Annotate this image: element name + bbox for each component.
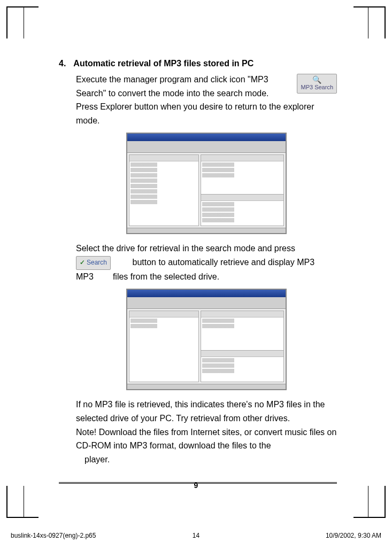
screenshot-2-wrap: [76, 289, 337, 390]
magnifier-icon: 🔍: [301, 76, 333, 84]
page-number: 9: [0, 481, 392, 490]
para1-text-b: Press Explorer button when you desire to…: [76, 102, 314, 125]
para2-text-a: Select the drive for retrieval in the se…: [76, 244, 295, 253]
footer-center: 14: [11, 532, 381, 539]
page-content: 4. Automatic retrieval of MP3 files stor…: [59, 59, 337, 466]
paragraph-2b: ✓Search button to automatically retrieve…: [76, 255, 337, 270]
screenshot-1-wrap: [76, 133, 337, 234]
paragraph-3: If no MP3 file is retrieved, this indica…: [76, 398, 337, 425]
check-icon: ✓: [80, 259, 85, 266]
para3-text: If no MP3 file is retrieved, this indica…: [76, 400, 325, 423]
screenshot-search-mode: [126, 289, 287, 390]
para1-text-a: Execute the manager program and click ic…: [76, 75, 269, 98]
para2-text-c: files from the selected drive.: [113, 272, 219, 281]
paragraph-2c: MP3files from the selected drive.: [59, 270, 337, 284]
paragraph-1: 🔍 MP3 Search Execute the manager program…: [76, 73, 337, 127]
paragraph-4: Note! Download the files from Internet s…: [76, 425, 337, 453]
footer: buslink-14xs-0927(eng)-2.p65 14 10/9/200…: [11, 532, 381, 539]
mp3-search-label: MP3 Search: [301, 84, 333, 90]
section-heading: 4. Automatic retrieval of MP3 files stor…: [59, 59, 337, 68]
section-number: 4.: [59, 59, 66, 68]
screenshot-explorer-mode: [126, 133, 287, 234]
paragraph-4-last: player.: [84, 453, 337, 467]
para4-last-text: player.: [84, 455, 110, 464]
para4-text: Note! Download the files from Internet s…: [76, 428, 336, 451]
paragraph-2: Select the drive for retrieval in the se…: [76, 242, 337, 255]
section-title: Automatic retrieval of MP3 files stored …: [73, 59, 337, 68]
search-label: Search: [87, 259, 107, 266]
search-button[interactable]: ✓Search: [76, 256, 111, 270]
para2-text-b: button to automatically retrieve and dis…: [132, 258, 314, 267]
mp3-search-button[interactable]: 🔍 MP3 Search: [297, 74, 337, 94]
